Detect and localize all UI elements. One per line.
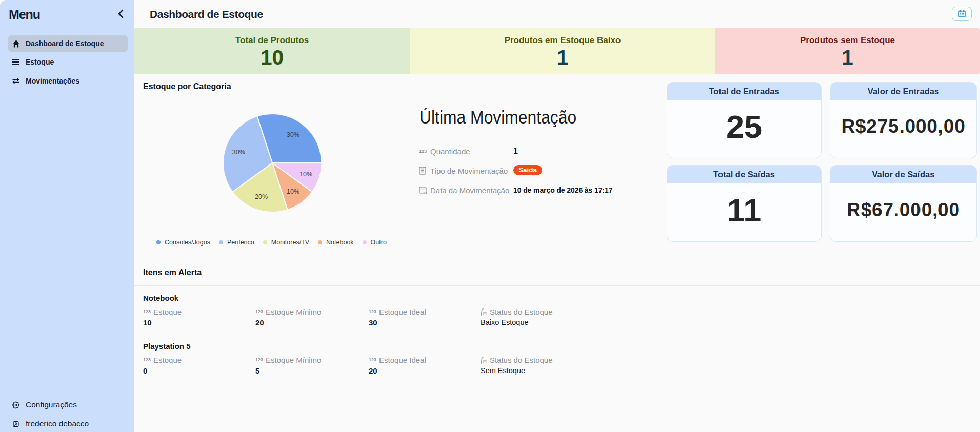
svg-text:30%: 30% (287, 131, 299, 138)
svg-text:30%: 30% (232, 149, 245, 156)
svg-text:10%: 10% (287, 188, 299, 195)
svg-text:20%: 20% (255, 193, 268, 200)
svg-text:10%: 10% (299, 171, 312, 178)
